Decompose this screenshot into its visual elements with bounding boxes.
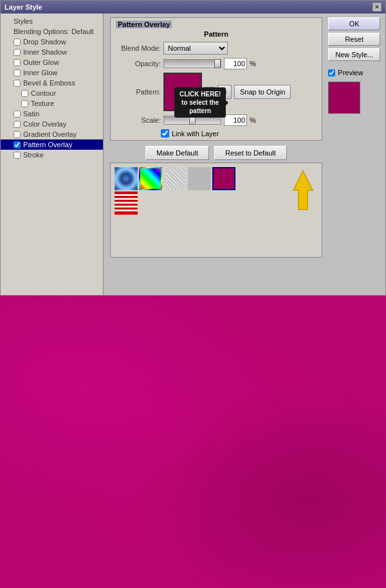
pattern-overlay-checkbox[interactable] (14, 141, 21, 148)
link-row: Link with Layer (161, 129, 317, 138)
sidebar: Styles Blending Options: Default Drop Sh… (1, 13, 104, 295)
bevel-emboss-checkbox[interactable] (14, 80, 21, 87)
scale-label: Scale: (116, 116, 161, 124)
gradient-overlay-checkbox[interactable] (14, 131, 21, 138)
pattern-thumb-rainbow[interactable] (139, 167, 162, 190)
sidebar-item-blending[interactable]: Blending Options: Default (1, 26, 103, 37)
sidebar-item-color-overlay[interactable]: Color Overlay (1, 119, 103, 129)
title-bar: Layer Style ✕ (1, 1, 385, 13)
dialog-content: Styles Blending Options: Default Drop Sh… (1, 13, 385, 295)
blend-mode-select[interactable]: Normal Multiply Screen Overlay (163, 42, 228, 55)
callout-line3: pattern (179, 107, 221, 115)
blend-mode-label: Blend Mode: (116, 44, 161, 52)
make-default-button[interactable]: Make Default (145, 146, 209, 160)
inner-shadow-checkbox[interactable] (14, 49, 21, 56)
color-overlay-checkbox[interactable] (14, 121, 21, 128)
new-style-button[interactable]: New Style... (328, 48, 380, 61)
contour-checkbox[interactable] (21, 90, 28, 97)
opacity-slider[interactable] (163, 59, 221, 68)
satin-checkbox[interactable] (14, 111, 21, 118)
pattern-thumb-gray1[interactable] (163, 167, 187, 190)
sidebar-item-pattern-overlay[interactable]: Pattern Overlay (1, 139, 103, 150)
scale-percent: % (250, 116, 256, 124)
pattern-picker-empty-area (115, 215, 243, 253)
preview-row: Preview (328, 69, 380, 76)
close-button[interactable]: ✕ (372, 3, 381, 12)
canvas-background (0, 296, 386, 588)
sidebar-item-contour[interactable]: Contour (1, 88, 103, 98)
sidebar-item-satin[interactable]: Satin (1, 109, 103, 119)
right-panel: Pattern Overlay Pattern Blend Mode: Norm… (104, 13, 385, 295)
section-title: Pattern Overlay (116, 21, 172, 28)
opacity-row: Opacity: % (116, 58, 317, 69)
reset-button[interactable]: Reset (328, 33, 380, 46)
inner-glow-checkbox[interactable] (14, 69, 21, 76)
opacity-percent: % (250, 60, 256, 67)
layer-style-dialog: Layer Style ✕ Styles Blending Options: D… (0, 0, 386, 296)
pattern-label: Pattern: (116, 88, 161, 96)
svg-marker-0 (293, 171, 313, 209)
bottom-buttons: Make Default Reset to Default (110, 146, 322, 160)
opacity-value-input[interactable] (224, 58, 247, 69)
sidebar-item-inner-shadow[interactable]: Inner Shadow (1, 47, 103, 57)
pattern-thumb-magenta[interactable] (212, 167, 235, 190)
link-checkbox[interactable] (161, 129, 169, 138)
pattern-thumb-gray2[interactable] (188, 167, 211, 190)
stroke-checkbox[interactable] (14, 152, 21, 159)
drop-shadow-checkbox[interactable] (14, 39, 21, 46)
sidebar-item-stroke[interactable]: Stroke (1, 150, 103, 160)
ok-button[interactable]: OK (328, 17, 380, 30)
blend-mode-row: Blend Mode: Normal Multiply Screen Overl… (116, 42, 317, 55)
sidebar-item-outer-glow[interactable]: Outer Glow (1, 57, 103, 67)
link-label: Link with Layer (172, 130, 219, 138)
callout-line2: to select the (179, 98, 221, 107)
preview-swatch (328, 82, 360, 114)
dialog-title: Layer Style (5, 3, 42, 11)
sidebar-item-drop-shadow[interactable]: Drop Shadow (1, 37, 103, 47)
preview-checkbox[interactable] (328, 69, 335, 76)
sub-title: Pattern (116, 30, 317, 38)
sidebar-item-bevel-emboss[interactable]: Bevel & Emboss (1, 78, 103, 88)
sidebar-item-texture[interactable]: Texture (1, 98, 103, 109)
snap-to-origin-button[interactable]: Snap to Origin (234, 85, 291, 99)
pattern-thumb-blue[interactable] (115, 167, 138, 190)
callout-line1: CLICK HERE! (179, 90, 221, 98)
texture-checkbox[interactable] (21, 100, 28, 107)
pattern-thumb-red-stripe[interactable] (115, 192, 138, 215)
action-buttons: OK Reset New Style... Preview (328, 17, 380, 114)
close-icon: ✕ (374, 4, 380, 10)
opacity-label: Opacity: (116, 60, 161, 67)
preview-label: Preview (338, 69, 363, 76)
sidebar-item-gradient-overlay[interactable]: Gradient Overlay (1, 129, 103, 139)
outer-glow-checkbox[interactable] (14, 59, 21, 66)
sidebar-item-styles[interactable]: Styles (1, 16, 103, 26)
callout-tooltip: CLICK HERE! to select the pattern (174, 87, 226, 118)
scale-value-input[interactable] (224, 114, 247, 126)
reset-default-button[interactable]: Reset to Default (214, 146, 287, 160)
sidebar-item-inner-glow[interactable]: Inner Glow (1, 67, 103, 78)
